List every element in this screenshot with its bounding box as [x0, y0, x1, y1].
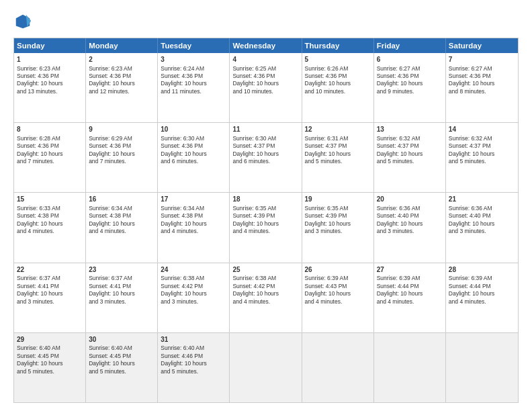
weekday-header: Tuesday	[158, 38, 230, 53]
calendar-cell: 22Sunrise: 6:37 AM Sunset: 4:41 PM Dayli…	[14, 263, 86, 332]
day-info: Sunrise: 6:32 AM Sunset: 4:37 PM Dayligh…	[449, 135, 495, 165]
calendar-cell: 17Sunrise: 6:34 AM Sunset: 4:38 PM Dayli…	[158, 193, 230, 262]
day-info: Sunrise: 6:30 AM Sunset: 4:36 PM Dayligh…	[161, 135, 207, 165]
calendar-cell: 26Sunrise: 6:39 AM Sunset: 4:43 PM Dayli…	[302, 263, 374, 332]
day-number: 16	[89, 195, 154, 204]
day-info: Sunrise: 6:34 AM Sunset: 4:38 PM Dayligh…	[161, 205, 207, 234]
calendar-row: 22Sunrise: 6:37 AM Sunset: 4:41 PM Dayli…	[14, 263, 518, 333]
calendar: SundayMondayTuesdayWednesdayThursdayFrid…	[13, 38, 519, 403]
day-number: 6	[377, 55, 443, 64]
calendar-cell	[230, 333, 302, 402]
calendar-cell: 20Sunrise: 6:36 AM Sunset: 4:40 PM Dayli…	[374, 193, 446, 262]
day-number: 28	[449, 265, 515, 275]
day-info: Sunrise: 6:39 AM Sunset: 4:43 PM Dayligh…	[305, 275, 351, 304]
logo-icon	[13, 12, 32, 31]
day-number: 11	[232, 125, 298, 134]
day-number: 29	[17, 335, 83, 345]
day-number: 7	[449, 55, 515, 64]
header	[13, 12, 519, 31]
day-info: Sunrise: 6:33 AM Sunset: 4:38 PM Dayligh…	[17, 205, 63, 234]
calendar-cell: 13Sunrise: 6:32 AM Sunset: 4:37 PM Dayli…	[374, 123, 446, 192]
calendar-cell: 29Sunrise: 6:40 AM Sunset: 4:45 PM Dayli…	[14, 333, 86, 402]
weekday-header: Saturday	[446, 38, 518, 53]
calendar-cell	[374, 333, 446, 402]
day-info: Sunrise: 6:38 AM Sunset: 4:42 PM Dayligh…	[232, 275, 279, 304]
day-number: 2	[89, 55, 154, 64]
day-number: 5	[305, 55, 371, 64]
day-info: Sunrise: 6:35 AM Sunset: 4:39 PM Dayligh…	[305, 205, 351, 234]
day-info: Sunrise: 6:26 AM Sunset: 4:36 PM Dayligh…	[305, 65, 351, 95]
day-number: 19	[305, 195, 371, 204]
day-number: 30	[89, 335, 154, 345]
day-info: Sunrise: 6:28 AM Sunset: 4:36 PM Dayligh…	[17, 135, 63, 165]
day-number: 31	[161, 335, 226, 345]
calendar-cell: 23Sunrise: 6:37 AM Sunset: 4:41 PM Dayli…	[86, 263, 158, 332]
calendar-cell: 9Sunrise: 6:29 AM Sunset: 4:36 PM Daylig…	[86, 123, 158, 192]
day-number: 15	[17, 195, 83, 204]
day-info: Sunrise: 6:34 AM Sunset: 4:38 PM Dayligh…	[89, 205, 135, 234]
day-number: 9	[89, 125, 154, 134]
day-info: Sunrise: 6:36 AM Sunset: 4:40 PM Dayligh…	[449, 205, 495, 234]
day-info: Sunrise: 6:30 AM Sunset: 4:37 PM Dayligh…	[232, 135, 279, 165]
weekday-header: Monday	[86, 38, 158, 53]
calendar-cell: 31Sunrise: 6:40 AM Sunset: 4:46 PM Dayli…	[158, 333, 230, 402]
calendar-cell	[446, 333, 518, 402]
day-number: 24	[161, 265, 226, 275]
day-info: Sunrise: 6:29 AM Sunset: 4:36 PM Dayligh…	[89, 135, 135, 165]
day-number: 21	[449, 195, 515, 204]
day-info: Sunrise: 6:40 AM Sunset: 4:45 PM Dayligh…	[89, 345, 135, 374]
day-info: Sunrise: 6:37 AM Sunset: 4:41 PM Dayligh…	[17, 275, 63, 304]
weekday-header: Wednesday	[230, 38, 302, 53]
calendar-row: 8Sunrise: 6:28 AM Sunset: 4:36 PM Daylig…	[14, 123, 518, 193]
day-number: 20	[377, 195, 443, 204]
day-number: 13	[377, 125, 443, 134]
calendar-cell: 12Sunrise: 6:31 AM Sunset: 4:37 PM Dayli…	[302, 123, 374, 192]
day-number: 14	[449, 125, 515, 134]
day-number: 10	[161, 125, 226, 134]
calendar-cell: 1Sunrise: 6:23 AM Sunset: 4:36 PM Daylig…	[14, 53, 86, 122]
day-number: 17	[161, 195, 226, 204]
calendar-row: 15Sunrise: 6:33 AM Sunset: 4:38 PM Dayli…	[14, 193, 518, 263]
day-number: 12	[305, 125, 371, 134]
day-info: Sunrise: 6:23 AM Sunset: 4:36 PM Dayligh…	[89, 65, 135, 95]
calendar-cell: 8Sunrise: 6:28 AM Sunset: 4:36 PM Daylig…	[14, 123, 86, 192]
calendar-cell: 11Sunrise: 6:30 AM Sunset: 4:37 PM Dayli…	[230, 123, 302, 192]
day-info: Sunrise: 6:23 AM Sunset: 4:36 PM Dayligh…	[17, 65, 63, 95]
day-info: Sunrise: 6:37 AM Sunset: 4:41 PM Dayligh…	[89, 275, 135, 304]
calendar-cell: 24Sunrise: 6:38 AM Sunset: 4:42 PM Dayli…	[158, 263, 230, 332]
calendar-cell	[302, 333, 374, 402]
day-info: Sunrise: 6:27 AM Sunset: 4:36 PM Dayligh…	[449, 65, 495, 95]
weekday-header: Sunday	[14, 38, 86, 53]
calendar-cell: 6Sunrise: 6:27 AM Sunset: 4:36 PM Daylig…	[374, 53, 446, 122]
calendar-cell: 4Sunrise: 6:25 AM Sunset: 4:36 PM Daylig…	[230, 53, 302, 122]
logo	[13, 12, 35, 31]
calendar-cell: 25Sunrise: 6:38 AM Sunset: 4:42 PM Dayli…	[230, 263, 302, 332]
calendar-cell: 2Sunrise: 6:23 AM Sunset: 4:36 PM Daylig…	[86, 53, 158, 122]
calendar-cell: 15Sunrise: 6:33 AM Sunset: 4:38 PM Dayli…	[14, 193, 86, 262]
day-info: Sunrise: 6:40 AM Sunset: 4:45 PM Dayligh…	[17, 345, 63, 374]
day-number: 4	[232, 55, 298, 64]
weekday-header: Thursday	[302, 38, 374, 53]
day-number: 23	[89, 265, 154, 275]
day-info: Sunrise: 6:31 AM Sunset: 4:37 PM Dayligh…	[305, 135, 351, 165]
calendar-header: SundayMondayTuesdayWednesdayThursdayFrid…	[14, 38, 518, 53]
calendar-row: 1Sunrise: 6:23 AM Sunset: 4:36 PM Daylig…	[14, 53, 518, 123]
calendar-row: 29Sunrise: 6:40 AM Sunset: 4:45 PM Dayli…	[14, 333, 518, 402]
calendar-cell: 21Sunrise: 6:36 AM Sunset: 4:40 PM Dayli…	[446, 193, 518, 262]
day-info: Sunrise: 6:35 AM Sunset: 4:39 PM Dayligh…	[232, 205, 279, 234]
calendar-cell: 18Sunrise: 6:35 AM Sunset: 4:39 PM Dayli…	[230, 193, 302, 262]
day-info: Sunrise: 6:25 AM Sunset: 4:36 PM Dayligh…	[232, 65, 279, 95]
calendar-cell: 30Sunrise: 6:40 AM Sunset: 4:45 PM Dayli…	[86, 333, 158, 402]
day-info: Sunrise: 6:40 AM Sunset: 4:46 PM Dayligh…	[161, 345, 207, 374]
day-number: 26	[305, 265, 371, 275]
day-info: Sunrise: 6:32 AM Sunset: 4:37 PM Dayligh…	[377, 135, 423, 165]
day-info: Sunrise: 6:39 AM Sunset: 4:44 PM Dayligh…	[377, 275, 423, 304]
day-number: 18	[232, 195, 298, 204]
day-number: 27	[377, 265, 443, 275]
day-number: 8	[17, 125, 83, 134]
calendar-cell: 5Sunrise: 6:26 AM Sunset: 4:36 PM Daylig…	[302, 53, 374, 122]
day-number: 1	[17, 55, 83, 64]
calendar-cell: 10Sunrise: 6:30 AM Sunset: 4:36 PM Dayli…	[158, 123, 230, 192]
day-info: Sunrise: 6:24 AM Sunset: 4:36 PM Dayligh…	[161, 65, 207, 95]
calendar-cell: 14Sunrise: 6:32 AM Sunset: 4:37 PM Dayli…	[446, 123, 518, 192]
